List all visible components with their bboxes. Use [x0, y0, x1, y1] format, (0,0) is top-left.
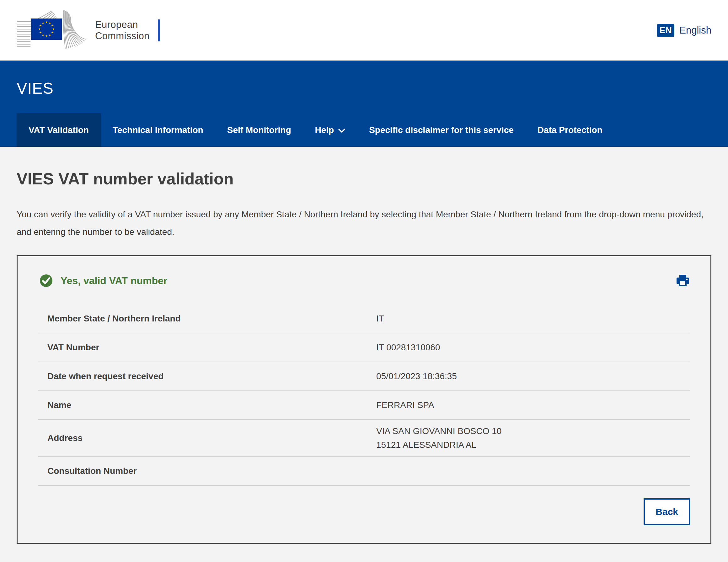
logo-wordmark: European Commission [95, 19, 150, 42]
tab-label: Self Monitoring [227, 125, 291, 135]
logo-line1: European [95, 19, 150, 30]
result-header: Yes, valid VAT number [38, 274, 690, 287]
page-title: VIES VAT number validation [17, 169, 711, 188]
row-label: Address [38, 433, 376, 443]
table-row-request-date: Date when request received 05/01/2023 18… [38, 362, 690, 391]
tab-technical-information[interactable]: Technical Information [101, 113, 215, 147]
logo-divider-bar [158, 19, 160, 41]
chevron-down-icon [338, 129, 345, 133]
tab-label: VAT Validation [29, 125, 89, 135]
row-label: VAT Number [38, 342, 376, 352]
nav-tabs: VAT Validation Technical Information Sel… [0, 113, 728, 147]
tab-label: Specific disclaimer for this service [369, 125, 514, 135]
row-value: IT [376, 312, 384, 325]
tab-label: Data Protection [538, 125, 602, 135]
result-footer: Back [38, 498, 690, 525]
ec-logo-icon [17, 9, 89, 51]
print-button[interactable] [676, 274, 690, 287]
printer-icon [676, 274, 690, 287]
main-content: VIES VAT number validation You can verif… [0, 169, 728, 544]
language-selector[interactable]: EN English [657, 24, 711, 37]
row-value: 05/01/2023 18:36:35 [376, 369, 457, 383]
language-label: English [679, 25, 711, 36]
european-commission-logo[interactable]: European Commission [17, 9, 160, 51]
tab-data-protection[interactable]: Data Protection [526, 113, 614, 147]
tab-specific-disclaimer[interactable]: Specific disclaimer for this service [357, 113, 526, 147]
tab-self-monitoring[interactable]: Self Monitoring [215, 113, 303, 147]
row-value: FERRARI SPA [376, 398, 434, 412]
validation-result-box: Yes, valid VAT number Member State / Nor… [17, 255, 711, 544]
valid-check-icon [39, 274, 53, 287]
table-row-member-state: Member State / Northern Ireland IT [38, 304, 690, 333]
tab-label: Help [315, 125, 334, 135]
row-label: Consultation Number [38, 466, 376, 476]
row-label: Date when request received [38, 371, 376, 381]
back-button[interactable]: Back [644, 498, 690, 525]
result-table: Member State / Northern Ireland IT VAT N… [38, 304, 690, 486]
intro-text: You can verify the validity of a VAT num… [17, 206, 711, 241]
table-row-vat-number: VAT Number IT 00281310060 [38, 333, 690, 362]
primary-navbar: VIES VAT Validation Technical Informatio… [0, 61, 728, 147]
row-value: VIA SAN GIOVANNI BOSCO 10 15121 ALESSAND… [376, 424, 501, 452]
row-label: Name [38, 400, 376, 410]
table-row-consultation-number: Consultation Number [38, 457, 690, 486]
language-badge: EN [657, 24, 674, 37]
table-row-address: Address VIA SAN GIOVANNI BOSCO 10 15121 … [38, 420, 690, 457]
table-row-name: Name FERRARI SPA [38, 391, 690, 420]
tab-label: Technical Information [113, 125, 203, 135]
tab-help[interactable]: Help [303, 113, 357, 147]
tab-vat-validation[interactable]: VAT Validation [17, 113, 101, 147]
app-title: VIES [0, 61, 728, 113]
row-value: IT 00281310060 [376, 340, 440, 354]
site-header: European Commission EN English [0, 0, 728, 61]
logo-line2: Commission [95, 30, 150, 42]
status-message: Yes, valid VAT number [61, 275, 167, 286]
row-label: Member State / Northern Ireland [38, 313, 376, 324]
